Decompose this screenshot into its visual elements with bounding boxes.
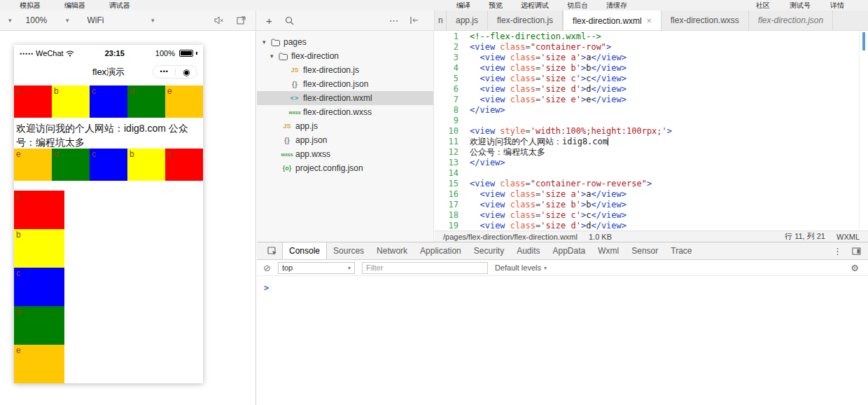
zoom-value: 100% — [26, 15, 48, 25]
chevron-down-icon[interactable]: ▾ — [270, 53, 279, 60]
editor-status-bar: /pages/flex-direction/flex-direction.wxm… — [435, 231, 868, 242]
menu-item[interactable]: 测试号 — [790, 1, 811, 11]
devtools-tab-console[interactable]: Console — [282, 242, 327, 259]
gear-icon[interactable]: ⚙ — [850, 263, 862, 273]
log-levels-dropdown[interactable]: Default levels ▾ — [495, 263, 547, 272]
phone-nav-bar: flex演示 ••• ◉ — [14, 62, 203, 83]
menu-item[interactable]: 清缓存 — [606, 1, 627, 11]
popout-window-icon[interactable] — [237, 16, 246, 25]
devtools-tab-sensor[interactable]: Sensor — [625, 242, 664, 259]
cursor-position[interactable]: 行 11, 列 21 — [785, 231, 825, 242]
toolbar: ▾ 100% ▾ WiFi ▾ + — [0, 11, 868, 31]
menu-item[interactable]: 远程调试 — [521, 1, 549, 11]
mute-icon[interactable] — [214, 16, 224, 25]
home-circle-icon[interactable]: ◉ — [183, 68, 190, 76]
dock-side-icon[interactable] — [852, 247, 861, 255]
tree-item-flex-direction.wxml[interactable]: <>flex-direction.wxml — [257, 91, 433, 105]
code-line[interactable]: 19 <view class='size d'>d</view> — [435, 221, 859, 231]
flex-row: abcde — [14, 85, 203, 118]
tab-label: app.js — [456, 15, 478, 25]
code-line[interactable]: 9 — [435, 116, 859, 126]
editor-tab-n[interactable]: n — [435, 11, 447, 30]
code-line[interactable]: 18 <view class='size c'>c</view> — [435, 210, 859, 221]
zoom-dropdown[interactable]: 100% ▾ — [26, 15, 69, 25]
code-line[interactable]: 13</view> — [435, 158, 859, 168]
code-area[interactable]: 1<!--flex-direction.wxml-->2<view class=… — [435, 32, 859, 231]
code-line[interactable]: 2<view class="container-row"> — [435, 42, 859, 53]
devtools-tab-application[interactable]: Application — [414, 242, 468, 259]
menu-item[interactable]: 编辑器 — [64, 1, 85, 11]
flex-box-b: b — [14, 229, 64, 268]
tree-item-app.js[interactable]: JSapp.js — [257, 119, 433, 133]
editor-tab-flex-direction.wxml[interactable]: flex-direction.wxml× — [563, 11, 662, 30]
levels-value: Default levels — [495, 263, 541, 272]
menu-item[interactable]: 预览 — [489, 1, 503, 11]
line-content: <view class='size a'>a</view> — [470, 53, 626, 63]
menu-item[interactable]: 调试器 — [109, 1, 130, 11]
code-line[interactable]: 15<view class="container-row-reverse"> — [435, 179, 859, 189]
code-line[interactable]: 6 <view class='size d'>d</view> — [435, 84, 859, 95]
more-actions-icon[interactable]: ⋯ — [389, 15, 398, 26]
devtools-tab-wxml[interactable]: Wxml — [592, 242, 625, 259]
code-line[interactable]: 3 <view class='size a'>a</view> — [435, 53, 859, 63]
network-dropdown[interactable]: WiFi ▾ — [88, 15, 155, 25]
file-icon-config: {o} — [279, 165, 295, 172]
editor-tab-app.js[interactable]: app.js — [447, 11, 488, 30]
line-content: <view class="container-row"> — [470, 42, 611, 53]
search-icon[interactable] — [285, 16, 294, 25]
editor-tab-flex-direction.json[interactable]: flex-direction.json — [749, 11, 833, 30]
tree-item-flex-direction.js[interactable]: JSflex-direction.js — [257, 63, 433, 77]
tree-item-flex-direction.json[interactable]: {}flex-direction.json — [257, 77, 433, 91]
devtools-tab-trace[interactable]: Trace — [664, 242, 698, 259]
kebab-menu-icon[interactable]: ⋮ — [833, 246, 842, 256]
editor-tab-flex-direction.js[interactable]: flex-direction.js — [488, 11, 563, 30]
context-selector[interactable]: top ▾ — [278, 262, 355, 274]
code-line[interactable]: 1<!--flex-direction.wxml--> — [435, 32, 859, 42]
tree-item-pages[interactable]: ▾pages — [257, 35, 433, 49]
code-line[interactable]: 8</view> — [435, 105, 859, 116]
code-line[interactable]: 4 <view class='size b'>b</view> — [435, 63, 859, 74]
devtools-tab-audits[interactable]: Audits — [510, 242, 546, 259]
tree-item-app.json[interactable]: {}app.json — [257, 133, 433, 147]
tree-item-app.wxss[interactable]: wxssapp.wxss — [257, 147, 433, 161]
filter-input[interactable] — [362, 262, 488, 274]
console-output[interactable]: > — [257, 276, 868, 294]
code-line[interactable]: 11欢迎访问我的个人网站：idig8.com — [435, 137, 859, 147]
tree-item-project.config.json[interactable]: {o}project.config.json — [257, 161, 433, 175]
chevron-down-icon[interactable]: ▾ — [262, 39, 271, 46]
tab-label: flex-direction.wxml — [573, 16, 642, 26]
inspect-element-icon[interactable] — [262, 247, 282, 256]
code-line[interactable]: 10<view style='width:100%;height:100rpx;… — [435, 126, 859, 137]
devtools-tab-network[interactable]: Network — [370, 242, 414, 259]
devtools-tab-security[interactable]: Security — [468, 242, 510, 259]
close-icon[interactable]: × — [647, 16, 652, 26]
line-number: 11 — [435, 137, 458, 147]
device-dropdown[interactable]: ▾ — [8, 17, 12, 24]
editor-scrollbar[interactable] — [859, 31, 868, 231]
tree-item-flex-direction[interactable]: ▾flex-direction — [257, 49, 433, 63]
tab-label: n — [438, 15, 443, 25]
menu-item[interactable]: 编译 — [456, 1, 470, 11]
language-mode[interactable]: WXML — [836, 233, 860, 241]
menu-dots-icon[interactable]: ••• — [160, 69, 169, 75]
code-line[interactable]: 14 — [435, 168, 859, 179]
code-line[interactable]: 17 <view class='size b'>b</view> — [435, 200, 859, 210]
menu-item[interactable]: 模拟器 — [20, 1, 41, 11]
code-line[interactable]: 5 <view class='size c'>c</view> — [435, 74, 859, 84]
new-file-icon[interactable]: + — [266, 15, 272, 27]
code-editor: 1<!--flex-direction.wxml-->2<view class=… — [435, 31, 868, 242]
menu-item[interactable]: 切后台 — [567, 1, 588, 11]
menu-item[interactable]: 详情 — [830, 1, 844, 11]
devtools-tab-appdata[interactable]: AppData — [547, 242, 592, 259]
editor-tab-flex-direction.wxss[interactable]: flex-direction.wxss — [662, 11, 749, 30]
menubar-center: 编译预览远程调试切后台清缓存 — [456, 1, 627, 11]
collapse-panel-icon[interactable] — [410, 16, 419, 25]
line-number: 18 — [435, 210, 458, 221]
tree-item-flex-direction.wxss[interactable]: wxssflex-direction.wxss — [257, 105, 433, 119]
code-line[interactable]: 16 <view class='size a'>a</view> — [435, 189, 859, 200]
clear-console-icon[interactable]: ⊘ — [263, 263, 271, 273]
code-line[interactable]: 12公众号：编程坑太多 — [435, 147, 859, 158]
devtools-tab-sources[interactable]: Sources — [327, 242, 370, 259]
menu-item[interactable]: 社区 — [756, 1, 770, 11]
code-line[interactable]: 7 <view class='size e'>e</view> — [435, 95, 859, 105]
